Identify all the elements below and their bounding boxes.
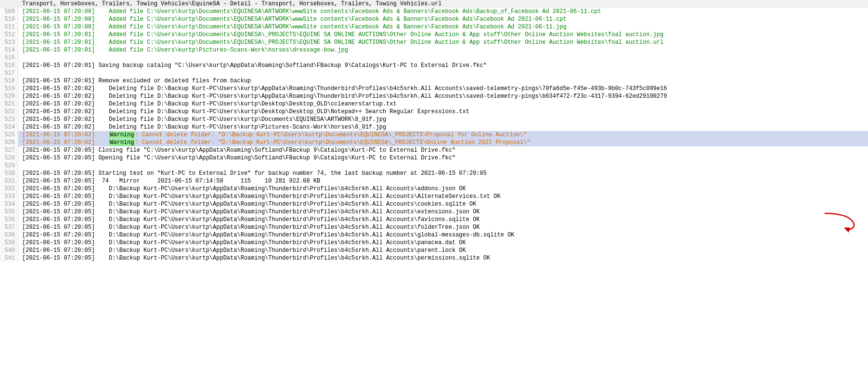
log-content: [2021-06-15 07:20:05] Opening file "C:\U… <box>18 154 868 162</box>
log-content: [2021-06-15 07:20:02] Deleting file D:\B… <box>18 85 868 92</box>
log-row: 520[2021-06-15 07:20:02] Deleting file D… <box>0 92 868 100</box>
log-content: [2021-06-15 07:20:01] Added file C:\User… <box>18 46 868 54</box>
log-content: [2021-06-15 07:20:00] Added file C:\User… <box>18 15 868 23</box>
log-content: [2021-06-15 07:20:02] Deleting file D:\B… <box>18 100 868 108</box>
log-content <box>18 162 868 170</box>
log-row: 517 <box>0 69 868 77</box>
log-content: [2021-06-15 07:20:01] Added file C:\User… <box>18 39 868 46</box>
log-content: [2021-06-15 07:20:01] Remove excluded or… <box>18 77 868 85</box>
line-number: 521 <box>0 100 18 108</box>
log-content: [2021-06-15 07:20:02] Deleting file D:\B… <box>18 123 868 131</box>
log-row: 541[2021-06-15 07:20:05] D:\Backup Kurt-… <box>0 254 868 262</box>
log-row: 521[2021-06-15 07:20:02] Deleting file D… <box>0 100 868 108</box>
log-content: [2021-06-15 07:20:05] D:\Backup Kurt-PC\… <box>18 239 868 247</box>
log-row: 519[2021-06-15 07:20:02] Deleting file D… <box>0 85 868 92</box>
log-row: 534[2021-06-15 07:20:05] D:\Backup Kurt-… <box>0 200 868 208</box>
log-content: [2021-06-15 07:20:05] D:\Backup Kurt-PC\… <box>18 200 868 208</box>
log-row: 513[2021-06-15 07:20:01] Added file C:\U… <box>0 39 868 46</box>
log-content: [2021-06-15 07:20:05] D:\Backup Kurt-PC\… <box>18 231 868 239</box>
log-row: 533[2021-06-15 07:20:05] D:\Backup Kurt-… <box>0 193 868 200</box>
line-number: 541 <box>0 254 18 262</box>
line-number: 516 <box>0 62 18 69</box>
log-row: 524[2021-06-15 07:20:02] Deleting file D… <box>0 123 868 131</box>
line-number: 534 <box>0 200 18 208</box>
log-row: 512[2021-06-15 07:20:01] Added file C:\U… <box>0 31 868 39</box>
log-row: 510[2021-06-15 07:20:00] Added file C:\U… <box>0 15 868 23</box>
line-number: 515 <box>0 54 18 62</box>
log-row: 522[2021-06-15 07:20:02] Deleting file D… <box>0 108 868 116</box>
log-content: [2021-06-15 07:20:05] D:\Backup Kurt-PC\… <box>18 193 868 200</box>
line-number: 518 <box>0 77 18 85</box>
log-row: 518[2021-06-15 07:20:01] Remove excluded… <box>0 77 868 85</box>
line-number: 511 <box>0 23 18 31</box>
line-number: 526 <box>0 139 18 146</box>
log-content: [2021-06-15 07:20:05] 74 Mirror 2021-06-… <box>18 177 868 185</box>
log-row: 525[2021-06-15 07:20:02] Warning: Cannot… <box>0 131 868 139</box>
line-number: 527 <box>0 146 18 154</box>
log-content: [2021-06-15 07:20:05] D:\Backup Kurt-PC\… <box>18 223 868 231</box>
log-row: 511[2021-06-15 07:20:00] Added file C:\U… <box>0 23 868 31</box>
line-number: 524 <box>0 123 18 131</box>
line-number: 529 <box>0 162 18 170</box>
line-number: 533 <box>0 193 18 200</box>
log-row: 539[2021-06-15 07:20:05] D:\Backup Kurt-… <box>0 239 868 247</box>
line-number: 519 <box>0 85 18 92</box>
log-content: [2021-06-15 07:20:02] Deleting file D:\B… <box>18 108 868 116</box>
line-number: 531 <box>0 177 18 185</box>
warning-badge: Warning <box>109 139 135 146</box>
line-number: 517 <box>0 69 18 77</box>
log-content: [2021-06-15 07:20:05] D:\Backup Kurt-PC\… <box>18 254 868 262</box>
log-row: 523[2021-06-15 07:20:02] Deleting file D… <box>0 116 868 123</box>
line-number: 530 <box>0 170 18 177</box>
line-number: 525 <box>0 131 18 139</box>
line-number: 509 <box>0 8 18 15</box>
line-number: 510 <box>0 15 18 23</box>
log-row: 540[2021-06-15 07:20:05] D:\Backup Kurt-… <box>0 247 868 254</box>
log-content: Transport, Horseboxes, Trailers, Towing … <box>18 0 868 8</box>
log-row: 516[2021-06-15 07:20:01] Saving backup c… <box>0 62 868 69</box>
log-content: [2021-06-15 07:20:00] Added file C:\User… <box>18 23 868 31</box>
line-number: 522 <box>0 108 18 116</box>
log-content: [2021-06-15 07:20:05] D:\Backup Kurt-PC\… <box>18 247 868 254</box>
log-row: 527[2021-06-15 07:20:05] Closing file "C… <box>0 146 868 154</box>
log-text-after: : Cannot delete folder: "D:\Backup Kurt-… <box>135 131 527 138</box>
log-text-before: [2021-06-15 07:20:02] <box>22 139 109 146</box>
log-row: 536[2021-06-15 07:20:05] D:\Backup Kurt-… <box>0 216 868 223</box>
line-number: 528 <box>0 154 18 162</box>
log-row: 538[2021-06-15 07:20:05] D:\Backup Kurt-… <box>0 231 868 239</box>
log-content: [2021-06-15 07:20:05] Starting test on "… <box>18 170 868 177</box>
line-number: 539 <box>0 239 18 247</box>
log-content <box>18 54 868 62</box>
log-row: 526[2021-06-15 07:20:02] Warning: Cannot… <box>0 139 868 146</box>
log-content <box>18 69 868 77</box>
log-content: [2021-06-15 07:20:05] Closing file "C:\U… <box>18 146 868 154</box>
log-row: 530[2021-06-15 07:20:05] Starting test o… <box>0 170 868 177</box>
log-content: [2021-06-15 07:20:05] D:\Backup Kurt-PC\… <box>18 208 868 216</box>
line-number: 535 <box>0 208 18 216</box>
log-row: Transport, Horseboxes, Trailers, Towing … <box>0 0 868 8</box>
line-number: 536 <box>0 216 18 223</box>
line-number: 520 <box>0 92 18 100</box>
log-content: [2021-06-15 07:20:02] Warning: Cannot de… <box>18 131 868 139</box>
arrow-annotation <box>820 209 858 233</box>
log-content: [2021-06-15 07:20:02] Deleting file D:\B… <box>18 92 868 100</box>
svg-marker-0 <box>844 227 850 233</box>
log-lines-container: Transport, Horseboxes, Trailers, Towing … <box>0 0 868 262</box>
log-content: [2021-06-15 07:20:05] D:\Backup Kurt-PC\… <box>18 185 868 193</box>
log-row: 529 <box>0 162 868 170</box>
log-content: [2021-06-15 07:20:02] Deleting file D:\B… <box>18 116 868 123</box>
log-row: 515 <box>0 54 868 62</box>
warning-badge: Warning <box>109 131 135 138</box>
log-row: 514[2021-06-15 07:20:01] Added file C:\U… <box>0 46 868 54</box>
log-content: [2021-06-15 07:20:02] Warning: Cannot de… <box>18 139 868 146</box>
log-content: [2021-06-15 07:20:00] Added file C:\User… <box>18 8 868 15</box>
line-number: 538 <box>0 231 18 239</box>
log-row: 535[2021-06-15 07:20:05] D:\Backup Kurt-… <box>0 208 868 216</box>
line-number: 523 <box>0 116 18 123</box>
line-number: 514 <box>0 46 18 54</box>
line-number: 513 <box>0 39 18 46</box>
log-row: 509[2021-06-15 07:20:00] Added file C:\U… <box>0 8 868 15</box>
log-viewer: Transport, Horseboxes, Trailers, Towing … <box>0 0 868 366</box>
log-row: 537[2021-06-15 07:20:05] D:\Backup Kurt-… <box>0 223 868 231</box>
log-row: 532[2021-06-15 07:20:05] D:\Backup Kurt-… <box>0 185 868 193</box>
